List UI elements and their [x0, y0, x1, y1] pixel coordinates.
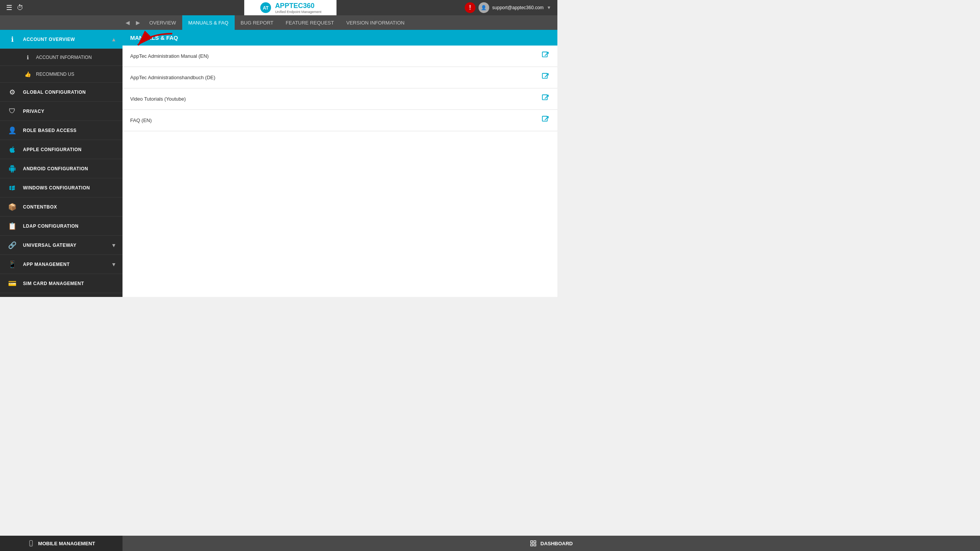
manual-en-label: AppTec Administration Manual (EN): [122, 46, 534, 67]
nav-prev-icon[interactable]: ◀: [122, 20, 133, 26]
app-subtitle: Unified Endpoint Management: [275, 10, 321, 14]
sidebar-label-apple-config: APPLE CONFIGURATION: [23, 147, 116, 152]
manual-de-label: AppTec Administrationshandbuch (DE): [122, 67, 534, 88]
global-config-icon: ⚙: [6, 86, 18, 98]
sim-card-icon: 💳: [6, 277, 18, 290]
content-header: MANUALS & FAQ: [122, 30, 557, 46]
sidebar-label-app-management: APP MANAGEMENT: [23, 262, 111, 267]
sidebar-item-account-overview[interactable]: ℹ ACCOUNT OVERVIEW ▲: [0, 30, 122, 49]
manuals-table: AppTec Administration Manual (EN) AppTec…: [122, 46, 557, 131]
app-management-chevron-icon: ▼: [111, 261, 116, 267]
table-row: Video Tutorials (Youtube): [122, 88, 557, 110]
sidebar-item-app-management[interactable]: 📱 APP MANAGEMENT ▼: [0, 255, 122, 274]
manual-en-link-icon[interactable]: [541, 53, 550, 61]
contentbox-icon: 📦: [6, 201, 18, 213]
logo-container: AT APPTEC360 Unified Endpoint Management: [244, 0, 336, 15]
sidebar-item-privacy[interactable]: 🛡 PRIVACY: [0, 102, 122, 121]
table-row: AppTec Administrationshandbuch (DE): [122, 67, 557, 88]
sidebar-item-universal-gateway[interactable]: 🔗 UNIVERSAL GATEWAY ▼: [0, 236, 122, 255]
sidebar-item-android-configuration[interactable]: ANDROID CONFIGURATION: [0, 159, 122, 178]
apple-config-icon: [6, 143, 18, 156]
sidebar-item-apple-configuration[interactable]: APPLE CONFIGURATION: [0, 140, 122, 159]
sidebar-item-windows-configuration[interactable]: WINDOWS CONFIGURATION: [0, 178, 122, 197]
sidebar-item-account-information[interactable]: ℹ ACCOUNT INFORMATION: [0, 49, 122, 66]
content-header-label: MANUALS & FAQ: [130, 34, 178, 41]
alert-icon[interactable]: !: [465, 2, 475, 13]
video-tutorials-label: Video Tutorials (Youtube): [122, 88, 534, 110]
sidebar-label-windows-config: WINDOWS CONFIGURATION: [23, 185, 116, 191]
top-bar-left: ☰ ⏱: [0, 3, 122, 12]
account-overview-chevron-icon: ▲: [111, 36, 116, 42]
recommend-icon: 👍: [23, 70, 32, 79]
tab-feature-request[interactable]: FEATURE REQUEST: [279, 15, 340, 30]
remote-control-icon: 🖥: [6, 297, 18, 297]
sidebar-label-recommend: RECOMMEND US: [36, 72, 74, 77]
android-config-icon: [6, 163, 18, 175]
universal-gateway-chevron-icon: ▼: [111, 242, 116, 248]
sidebar-label-ldap-config: LDAP CONFIGURATION: [23, 223, 116, 229]
nav-next-icon[interactable]: ▶: [133, 20, 143, 26]
app-management-icon: 📱: [6, 258, 18, 271]
main-layout: ℹ ACCOUNT OVERVIEW ▲ ℹ ACCOUNT INFORMATI…: [0, 30, 557, 297]
sidebar-label-global-config: GLOBAL CONFIGURATION: [23, 90, 116, 95]
svg-text:AT: AT: [263, 5, 269, 11]
nav-bar: ◀ ▶ OVERVIEW MANUALS & FAQ BUG REPORT FE…: [0, 15, 557, 30]
privacy-icon: 🛡: [6, 105, 18, 117]
windows-config-icon: [6, 182, 18, 194]
sidebar-item-recommend-us[interactable]: 👍 RECOMMEND US: [0, 66, 122, 83]
sidebar-item-global-configuration[interactable]: ⚙ GLOBAL CONFIGURATION: [0, 83, 122, 102]
sidebar-label-contentbox: CONTENTBOX: [23, 204, 116, 210]
user-chevron-icon[interactable]: ▼: [547, 5, 551, 10]
video-tutorials-link-icon[interactable]: [541, 96, 550, 104]
avatar: 👤: [479, 2, 489, 13]
sidebar-label-role-access: ROLE BASED ACCESS: [23, 128, 116, 133]
faq-en-link-icon[interactable]: [541, 117, 550, 125]
tab-manuals-faq[interactable]: MANUALS & FAQ: [182, 15, 235, 30]
table-row: AppTec Administration Manual (EN): [122, 46, 557, 67]
sidebar-item-sim-card-management[interactable]: 💳 SIM CARD MANAGEMENT: [0, 274, 122, 293]
sidebar-label-sim-card: SIM CARD MANAGEMENT: [23, 281, 116, 286]
table-row: FAQ (EN): [122, 110, 557, 131]
ldap-config-icon: 📋: [6, 220, 18, 232]
logo-icon: AT: [260, 2, 272, 14]
top-bar-center: AT APPTEC360 Unified Endpoint Management: [122, 0, 459, 15]
tab-overview[interactable]: OVERVIEW: [143, 15, 182, 30]
top-bar-right: ! 👤 support@apptec360.com ▼: [459, 2, 557, 13]
universal-gateway-icon: 🔗: [6, 239, 18, 251]
sidebar-label-account-info: ACCOUNT INFORMATION: [36, 55, 92, 60]
tab-bug-report[interactable]: BUG REPORT: [235, 15, 280, 30]
sidebar-label-universal-gateway: UNIVERSAL GATEWAY: [23, 243, 111, 248]
tab-version-info[interactable]: VERSION INFORMATION: [340, 15, 410, 30]
clock-icon[interactable]: ⏱: [17, 4, 24, 12]
account-info-icon: ℹ: [23, 53, 32, 62]
sidebar-item-role-based-access[interactable]: 👤 ROLE BASED ACCESS: [0, 121, 122, 140]
hamburger-icon[interactable]: ☰: [6, 3, 12, 12]
role-access-icon: 👤: [6, 124, 18, 137]
account-overview-icon: ℹ: [6, 33, 18, 46]
sidebar-item-ldap-configuration[interactable]: 📋 LDAP CONFIGURATION: [0, 217, 122, 236]
sidebar-label-android-config: ANDROID CONFIGURATION: [23, 166, 116, 171]
sidebar-item-remote-control[interactable]: 🖥 REMOTE CONTROL ▼: [0, 293, 122, 297]
sidebar: ℹ ACCOUNT OVERVIEW ▲ ℹ ACCOUNT INFORMATI…: [0, 30, 122, 297]
app-title: APPTEC360: [275, 2, 321, 10]
user-email: support@apptec360.com: [492, 5, 544, 10]
manual-de-link-icon[interactable]: [541, 75, 550, 82]
content-area: MANUALS & FAQ AppTec Administration Manu…: [122, 30, 557, 297]
faq-en-label: FAQ (EN): [122, 110, 534, 131]
sidebar-label-privacy: PRIVACY: [23, 109, 116, 114]
sidebar-item-contentbox[interactable]: 📦 CONTENTBOX: [0, 197, 122, 217]
top-bar: ☰ ⏱ AT APPTEC360 Unified Endpoint Manage…: [0, 0, 557, 15]
sidebar-label-account-overview: ACCOUNT OVERVIEW: [23, 37, 111, 42]
